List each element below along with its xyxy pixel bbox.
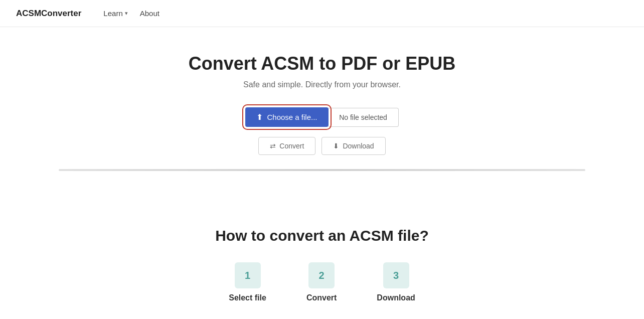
nav-learn-label: Learn [103, 9, 122, 18]
step-3: 3 Download [377, 262, 415, 302]
convert-label: Convert [279, 142, 304, 150]
hero-section: Convert ACSM to PDF or EPUB Safe and sim… [0, 27, 644, 217]
hero-subtitle: Safe and simple. Directly from your brow… [10, 80, 634, 89]
file-input-area: ⬆ Choose a file... No file selected [10, 107, 634, 127]
chevron-down-icon: ▾ [125, 10, 128, 17]
download-button[interactable]: ⬇ Download [321, 137, 385, 155]
nav-item-about[interactable]: About [134, 0, 166, 27]
choose-file-button[interactable]: ⬆ Choose a file... [245, 107, 328, 127]
step-2-label: Convert [306, 293, 337, 302]
choose-file-wrapper: ⬆ Choose a file... [245, 107, 328, 127]
nav-brand[interactable]: ACSMConverter [16, 9, 81, 19]
section-divider [59, 169, 585, 171]
step-2-number: 2 [308, 262, 335, 288]
steps-container: 1 Select file 2 Convert 3 Download [10, 262, 634, 302]
convert-button[interactable]: ⇄ Convert [258, 137, 315, 155]
navbar: ACSMConverter Learn ▾ About [0, 0, 644, 27]
how-to-title: How to convert an ACSM file? [10, 227, 634, 244]
step-1: 1 Select file [229, 262, 266, 302]
no-file-label: No file selected [329, 108, 399, 127]
hero-title: Convert ACSM to PDF or EPUB [10, 53, 634, 74]
choose-file-label: Choose a file... [267, 113, 317, 121]
action-buttons: ⇄ Convert ⬇ Download [10, 137, 634, 155]
how-to-section: How to convert an ACSM file? 1 Select fi… [0, 217, 644, 319]
upload-icon: ⬆ [256, 112, 263, 122]
convert-icon: ⇄ [270, 142, 276, 150]
step-3-number: 3 [383, 262, 409, 288]
step-2: 2 Convert [306, 262, 337, 302]
step-1-label: Select file [229, 293, 266, 302]
nav-item-learn[interactable]: Learn ▾ [97, 0, 133, 27]
step-3-label: Download [377, 293, 415, 302]
nav-about-label: About [140, 9, 159, 18]
download-label: Download [343, 142, 374, 150]
step-1-number: 1 [235, 262, 261, 288]
download-icon: ⬇ [333, 142, 339, 150]
